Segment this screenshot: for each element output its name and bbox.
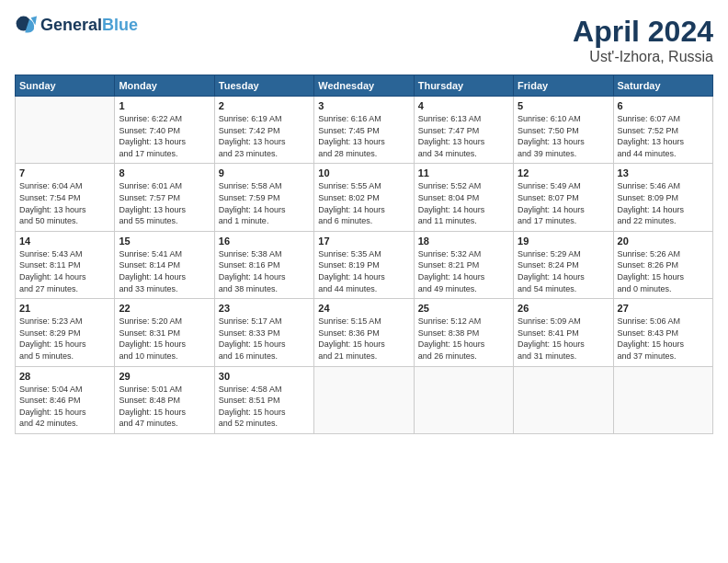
calendar-cell: 19Sunrise: 5:29 AMSunset: 8:24 PMDayligh… — [514, 231, 613, 298]
day-info: Sunrise: 6:10 AMSunset: 7:50 PMDaylight:… — [518, 113, 609, 159]
calendar-cell: 29Sunrise: 5:01 AMSunset: 8:48 PMDayligh… — [115, 366, 214, 433]
day-number: 3 — [318, 100, 409, 111]
calendar-cell — [16, 97, 115, 164]
calendar-cell: 30Sunrise: 4:58 AMSunset: 8:51 PMDayligh… — [214, 366, 313, 433]
weekday-header-monday: Monday — [115, 75, 214, 97]
day-number: 5 — [518, 100, 609, 111]
day-info: Sunrise: 5:23 AMSunset: 8:29 PMDaylight:… — [19, 316, 110, 362]
month-title: April 2024 — [573, 15, 713, 49]
day-number: 20 — [618, 236, 709, 247]
day-info: Sunrise: 6:01 AMSunset: 7:57 PMDaylight:… — [119, 180, 210, 226]
day-info: Sunrise: 5:06 AMSunset: 8:43 PMDaylight:… — [618, 316, 709, 362]
day-number: 21 — [19, 303, 110, 314]
day-info: Sunrise: 5:43 AMSunset: 8:11 PMDaylight:… — [19, 248, 110, 294]
day-number: 28 — [19, 371, 110, 382]
location: Ust'-Izhora, Russia — [573, 49, 713, 65]
calendar-cell: 25Sunrise: 5:12 AMSunset: 8:38 PMDayligh… — [414, 299, 513, 366]
week-row-4: 21Sunrise: 5:23 AMSunset: 8:29 PMDayligh… — [16, 299, 713, 366]
calendar-cell: 4Sunrise: 6:13 AMSunset: 7:47 PMDaylight… — [414, 97, 513, 164]
weekday-header-thursday: Thursday — [414, 75, 513, 97]
day-number: 15 — [119, 236, 210, 247]
day-number: 29 — [119, 371, 210, 382]
day-info: Sunrise: 5:41 AMSunset: 8:14 PMDaylight:… — [119, 248, 210, 294]
calendar-cell: 12Sunrise: 5:49 AMSunset: 8:07 PMDayligh… — [514, 164, 613, 231]
weekday-header-tuesday: Tuesday — [214, 75, 313, 97]
day-info: Sunrise: 6:16 AMSunset: 7:45 PMDaylight:… — [318, 113, 409, 159]
calendar-cell — [314, 366, 414, 433]
calendar-cell: 6Sunrise: 6:07 AMSunset: 7:52 PMDaylight… — [613, 97, 712, 164]
day-info: Sunrise: 5:17 AMSunset: 8:33 PMDaylight:… — [219, 316, 310, 362]
calendar-cell: 17Sunrise: 5:35 AMSunset: 8:19 PMDayligh… — [314, 231, 414, 298]
calendar-cell — [514, 366, 613, 433]
calendar-cell: 1Sunrise: 6:22 AMSunset: 7:40 PMDaylight… — [115, 97, 214, 164]
day-info: Sunrise: 5:01 AMSunset: 8:48 PMDaylight:… — [119, 384, 210, 430]
calendar-cell: 21Sunrise: 5:23 AMSunset: 8:29 PMDayligh… — [16, 299, 115, 366]
day-info: Sunrise: 5:09 AMSunset: 8:41 PMDaylight:… — [518, 316, 609, 362]
day-number: 17 — [318, 236, 409, 247]
calendar-container: GeneralBlue April 2024 Ust'-Izhora, Russ… — [0, 0, 728, 563]
day-number: 10 — [318, 167, 409, 178]
day-number: 18 — [418, 236, 509, 247]
day-info: Sunrise: 5:58 AMSunset: 7:59 PMDaylight:… — [219, 180, 310, 226]
calendar-cell: 5Sunrise: 6:10 AMSunset: 7:50 PMDaylight… — [514, 97, 613, 164]
day-number: 6 — [618, 100, 709, 111]
logo-icon — [15, 15, 37, 37]
calendar-cell — [613, 366, 712, 433]
day-number: 8 — [119, 167, 210, 178]
day-number: 4 — [418, 100, 509, 111]
day-info: Sunrise: 5:12 AMSunset: 8:38 PMDaylight:… — [418, 316, 509, 362]
day-number: 25 — [418, 303, 509, 314]
calendar-cell: 23Sunrise: 5:17 AMSunset: 8:33 PMDayligh… — [214, 299, 313, 366]
day-number: 23 — [219, 303, 310, 314]
day-info: Sunrise: 5:29 AMSunset: 8:24 PMDaylight:… — [518, 248, 609, 294]
day-number: 30 — [219, 371, 310, 382]
weekday-header-row: SundayMondayTuesdayWednesdayThursdayFrid… — [16, 75, 713, 97]
day-info: Sunrise: 5:49 AMSunset: 8:07 PMDaylight:… — [518, 180, 609, 226]
day-number: 22 — [119, 303, 210, 314]
weekday-header-sunday: Sunday — [16, 75, 115, 97]
day-info: Sunrise: 5:35 AMSunset: 8:19 PMDaylight:… — [318, 248, 409, 294]
calendar-cell — [414, 366, 513, 433]
day-info: Sunrise: 5:04 AMSunset: 8:46 PMDaylight:… — [19, 384, 110, 430]
day-number: 1 — [119, 100, 210, 111]
day-info: Sunrise: 5:46 AMSunset: 8:09 PMDaylight:… — [618, 180, 709, 226]
day-number: 26 — [518, 303, 609, 314]
logo-text: GeneralBlue — [40, 17, 138, 35]
weekday-header-friday: Friday — [514, 75, 613, 97]
day-info: Sunrise: 5:15 AMSunset: 8:36 PMDaylight:… — [318, 316, 409, 362]
day-info: Sunrise: 4:58 AMSunset: 8:51 PMDaylight:… — [219, 384, 310, 430]
calendar-cell: 22Sunrise: 5:20 AMSunset: 8:31 PMDayligh… — [115, 299, 214, 366]
week-row-2: 7Sunrise: 6:04 AMSunset: 7:54 PMDaylight… — [16, 164, 713, 231]
calendar-cell: 18Sunrise: 5:32 AMSunset: 8:21 PMDayligh… — [414, 231, 513, 298]
day-number: 9 — [219, 167, 310, 178]
day-number: 16 — [219, 236, 310, 247]
day-number: 12 — [518, 167, 609, 178]
day-info: Sunrise: 5:55 AMSunset: 8:02 PMDaylight:… — [318, 180, 409, 226]
day-number: 24 — [318, 303, 409, 314]
day-info: Sunrise: 6:07 AMSunset: 7:52 PMDaylight:… — [618, 113, 709, 159]
calendar-cell: 26Sunrise: 5:09 AMSunset: 8:41 PMDayligh… — [514, 299, 613, 366]
calendar-cell: 28Sunrise: 5:04 AMSunset: 8:46 PMDayligh… — [16, 366, 115, 433]
calendar-cell: 3Sunrise: 6:16 AMSunset: 7:45 PMDaylight… — [314, 97, 414, 164]
day-number: 7 — [19, 167, 110, 178]
calendar-cell: 15Sunrise: 5:41 AMSunset: 8:14 PMDayligh… — [115, 231, 214, 298]
day-number: 14 — [19, 236, 110, 247]
day-number: 11 — [418, 167, 509, 178]
day-info: Sunrise: 6:13 AMSunset: 7:47 PMDaylight:… — [418, 113, 509, 159]
day-info: Sunrise: 5:26 AMSunset: 8:26 PMDaylight:… — [618, 248, 709, 294]
header: GeneralBlue April 2024 Ust'-Izhora, Russ… — [15, 15, 713, 65]
day-info: Sunrise: 5:38 AMSunset: 8:16 PMDaylight:… — [219, 248, 310, 294]
weekday-header-saturday: Saturday — [613, 75, 712, 97]
calendar-cell: 24Sunrise: 5:15 AMSunset: 8:36 PMDayligh… — [314, 299, 414, 366]
calendar-cell: 16Sunrise: 5:38 AMSunset: 8:16 PMDayligh… — [214, 231, 313, 298]
day-info: Sunrise: 5:20 AMSunset: 8:31 PMDaylight:… — [119, 316, 210, 362]
week-row-1: 1Sunrise: 6:22 AMSunset: 7:40 PMDaylight… — [16, 97, 713, 164]
calendar-cell: 9Sunrise: 5:58 AMSunset: 7:59 PMDaylight… — [214, 164, 313, 231]
day-info: Sunrise: 5:32 AMSunset: 8:21 PMDaylight:… — [418, 248, 509, 294]
weekday-header-wednesday: Wednesday — [314, 75, 414, 97]
calendar-table: SundayMondayTuesdayWednesdayThursdayFrid… — [15, 75, 713, 434]
day-info: Sunrise: 6:04 AMSunset: 7:54 PMDaylight:… — [19, 180, 110, 226]
calendar-cell: 8Sunrise: 6:01 AMSunset: 7:57 PMDaylight… — [115, 164, 214, 231]
day-info: Sunrise: 6:19 AMSunset: 7:42 PMDaylight:… — [219, 113, 310, 159]
calendar-cell: 2Sunrise: 6:19 AMSunset: 7:42 PMDaylight… — [214, 97, 313, 164]
